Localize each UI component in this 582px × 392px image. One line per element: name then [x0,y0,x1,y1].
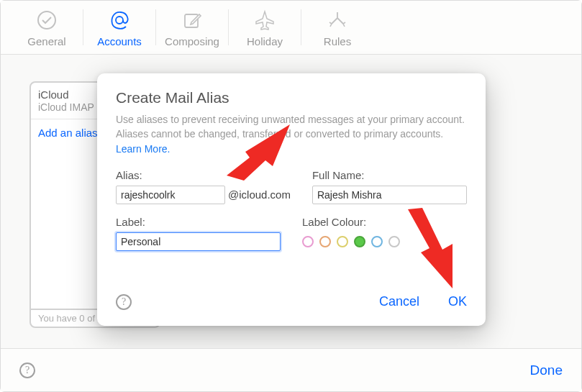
alias-input[interactable] [116,186,225,204]
colour-swatches [302,232,467,251]
fullname-label: Full Name: [312,169,467,181]
svg-point-1 [116,17,123,24]
alias-domain: @icloud.com [228,188,291,201]
colour-label: Label Colour: [302,216,467,228]
branch-icon [327,8,348,32]
alias-label: Alias: [116,169,291,181]
tab-accounts[interactable]: Accounts [83,1,155,55]
preferences-window: General Accounts Composing Holiday [0,0,582,392]
colour-swatch-green[interactable] [354,236,365,247]
tab-label: Holiday [247,35,283,47]
label-input[interactable] [116,232,281,251]
window-footer: ? Done [1,348,581,391]
help-icon[interactable]: ? [19,363,35,378]
ok-button[interactable]: OK [448,294,467,309]
colour-swatch-yellow[interactable] [337,236,348,247]
tab-holiday[interactable]: Holiday [229,1,301,55]
svg-point-0 [38,12,55,29]
tab-rules[interactable]: Rules [301,1,373,55]
cancel-button[interactable]: Cancel [379,294,419,309]
label-label: Label: [116,216,281,228]
tab-label: Composing [165,35,219,47]
fullname-input[interactable] [312,186,467,204]
airplane-icon [253,8,276,32]
create-alias-dialog: Create Mail Alias Use aliases to prevent… [97,73,486,326]
tab-label: Accounts [97,35,142,47]
colour-swatch-grey[interactable] [388,236,400,247]
compose-icon [181,8,203,32]
checkmark-circle-icon [36,8,58,32]
colour-swatch-blue[interactable] [371,236,383,247]
tab-general[interactable]: General [11,1,83,55]
tab-composing[interactable]: Composing [156,1,228,55]
colour-swatch-pink[interactable] [302,236,314,247]
dialog-title: Create Mail Alias [116,89,467,106]
tab-label: General [27,35,65,47]
toolbar: General Accounts Composing Holiday [1,1,581,55]
colour-swatch-orange[interactable] [319,236,331,247]
help-icon[interactable]: ? [116,294,132,310]
done-button[interactable]: Done [530,363,563,378]
dialog-description: Use aliases to prevent receiving unwante… [116,112,467,156]
learn-more-link[interactable]: Learn More. [116,143,170,155]
tab-label: Rules [324,35,351,47]
at-sign-icon [108,8,131,32]
